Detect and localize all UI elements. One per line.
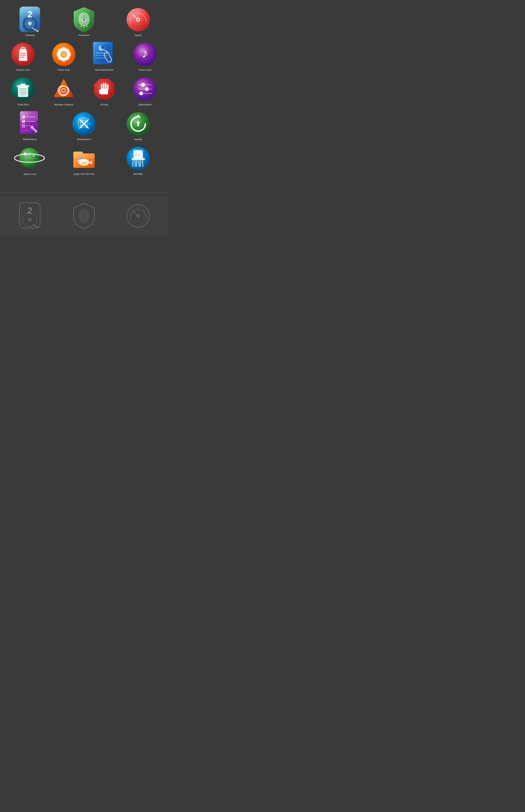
speed-label: Speed [135, 34, 142, 36]
svg-point-156 [82, 215, 86, 217]
svg-rect-52 [21, 84, 26, 86]
icon-optimization[interactable]: Optimization [126, 77, 164, 106]
icon-maintenance-gear[interactable]: Maintenance [58, 112, 110, 141]
svg-text:2: 2 [27, 206, 32, 216]
updater-label: Updater [134, 138, 142, 141]
svg-point-77 [141, 83, 145, 87]
mail-attachments-label: Mail Attachments [95, 69, 114, 71]
svg-point-62 [21, 92, 23, 93]
row-5: Space Lens [4, 146, 164, 175]
row-2: System Junk [4, 42, 164, 71]
icon-mail-attachments[interactable]: Mail Attachments [85, 42, 124, 71]
protection-icon-svg [72, 6, 96, 33]
svg-text:♪: ♪ [142, 46, 148, 60]
icon-malware-cleanup[interactable]: Malware Cleanup [44, 77, 83, 106]
svg-point-59 [24, 90, 25, 91]
icon-trash-bins[interactable]: Trash Bins [4, 77, 43, 106]
svg-point-168 [137, 215, 139, 217]
svg-line-162 [132, 209, 133, 211]
icon-system-junk[interactable]: System Junk [4, 42, 43, 71]
shredder-svg [126, 146, 150, 171]
svg-point-127 [19, 148, 40, 168]
svg-line-149 [142, 161, 143, 166]
icon-speed[interactable]: Speed [112, 8, 164, 36]
icon-speed-gray[interactable] [112, 204, 164, 228]
row-3: Trash Bins [4, 77, 164, 106]
malware-svg [51, 77, 76, 101]
icon-cleanup-gray[interactable]: 2 [4, 204, 56, 228]
svg-point-37 [62, 53, 66, 56]
system-junk-label: System Junk [16, 69, 30, 71]
svg-line-146 [136, 161, 137, 166]
main-content: 2 CleanUp [0, 0, 168, 189]
icon-large-files[interactable]: Large And Old Files [58, 146, 110, 175]
svg-point-54 [21, 88, 23, 89]
svg-line-164 [143, 209, 145, 211]
protection-gray-svg [72, 202, 96, 230]
svg-point-98 [86, 118, 87, 119]
svg-point-79 [145, 87, 149, 91]
svg-point-81 [139, 91, 143, 95]
mail-svg [92, 41, 117, 68]
svg-point-111 [78, 125, 79, 127]
icon-protection[interactable]: Protection [58, 8, 110, 36]
icon-photo-junk[interactable]: Photo Junk [44, 42, 83, 71]
svg-point-97 [83, 117, 85, 119]
svg-rect-126 [137, 123, 139, 126]
svg-point-67 [25, 94, 26, 95]
svg-point-22 [137, 19, 139, 21]
svg-point-118 [83, 127, 85, 128]
svg-point-102 [82, 120, 84, 121]
itunes-svg: ♪ [133, 42, 157, 67]
svg-point-61 [20, 92, 21, 93]
svg-point-57 [20, 90, 21, 91]
svg-line-147 [139, 161, 139, 166]
svg-point-106 [80, 122, 81, 123]
optimization-svg [133, 77, 157, 101]
cleanup-label: CleanUp [25, 34, 35, 36]
large-files-svg [72, 146, 96, 171]
svg-point-110 [89, 123, 90, 124]
icon-itunes-junk[interactable]: ♪ iTunes Junk [126, 42, 164, 71]
system-junk-svg [11, 42, 35, 67]
icon-updater[interactable]: Updater [112, 112, 164, 141]
svg-point-53 [20, 88, 21, 89]
svg-line-144 [133, 161, 133, 166]
icon-shredder[interactable]: Shredder [112, 146, 164, 175]
icon-protection-gray[interactable] [58, 204, 110, 228]
space-lens-label: Space Lens [24, 173, 36, 175]
trash-bins-label: Trash Bins [17, 103, 29, 106]
svg-rect-70 [101, 84, 102, 90]
svg-rect-143 [132, 158, 145, 160]
icon-privacy[interactable]: Privacy [85, 77, 124, 106]
svg-text:2: 2 [27, 10, 32, 19]
svg-point-155 [37, 226, 39, 228]
privacy-svg [92, 77, 117, 101]
svg-point-63 [24, 92, 25, 93]
icon-cleanup[interactable]: 2 CleanUp [4, 8, 56, 36]
icon-space-lens[interactable]: Space Lens [4, 146, 56, 175]
svg-point-12 [86, 26, 87, 27]
icon-maintenance-list[interactable]: Maintenance [4, 112, 56, 141]
svg-line-145 [135, 161, 135, 166]
svg-point-10 [81, 26, 82, 27]
speed-icon-svg [126, 8, 150, 32]
protection-label: Protection [78, 34, 90, 36]
cleanup-icon-svg: 2 [18, 6, 41, 33]
svg-point-95 [79, 119, 80, 120]
svg-point-105 [78, 123, 79, 124]
bottom-grid: 2 [4, 204, 164, 228]
svg-point-159 [86, 222, 87, 223]
row-4: Maintenance [4, 112, 164, 141]
svg-point-158 [84, 223, 85, 224]
bottom-section: 2 [0, 196, 168, 236]
maintenance-list-label: Maintenance [23, 138, 37, 141]
svg-rect-72 [105, 83, 106, 90]
svg-rect-50 [18, 87, 28, 97]
svg-point-64 [25, 92, 27, 93]
svg-point-60 [25, 90, 27, 91]
maintenance-gear-label: Maintenance [77, 138, 91, 141]
svg-point-11 [84, 27, 85, 28]
svg-point-56 [25, 88, 27, 89]
photo-junk-svg [51, 42, 76, 67]
